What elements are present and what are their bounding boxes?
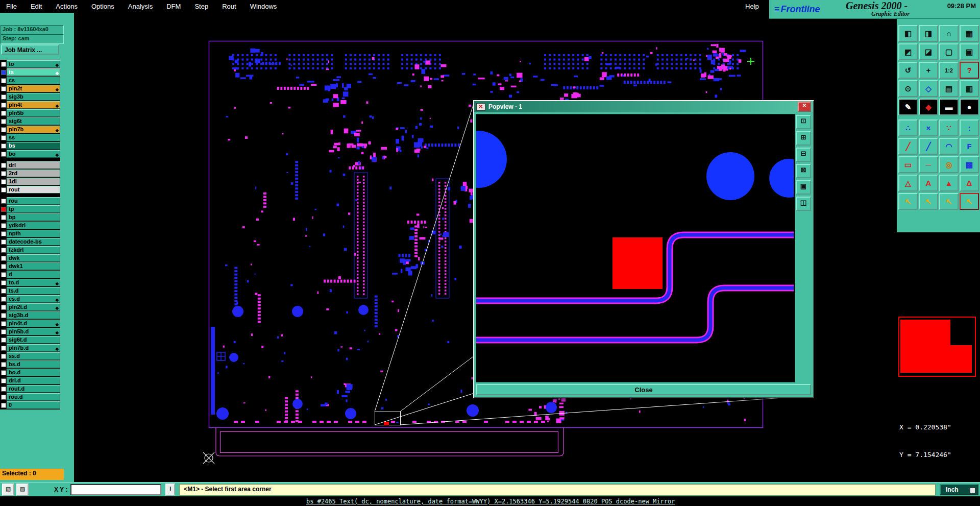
layer-row-2rd[interactable]: 2rd (0, 170, 60, 177)
layer-visibility-checkbox[interactable] (0, 85, 7, 92)
layer-name[interactable]: ts.d (7, 287, 60, 295)
layer-name[interactable]: pln4t.d◆ (7, 320, 60, 327)
empty-frame-icon[interactable]: ▢ (939, 43, 959, 60)
units-button[interactable]: Inch (940, 484, 978, 495)
layer-name[interactable]: bo◆ (7, 150, 60, 158)
layer-name[interactable]: rou (7, 197, 60, 205)
layer-visibility-checkbox[interactable] (0, 93, 7, 101)
layer-row-bs.d[interactable]: bs.d (0, 360, 60, 368)
layer-name[interactable]: drl (7, 161, 60, 169)
layer-visibility-checkbox[interactable] (0, 101, 7, 109)
pen-tool-icon[interactable]: ✎ (898, 99, 918, 115)
fit-view-icon[interactable]: ▣ (796, 180, 811, 195)
layer-name[interactable]: npth (7, 230, 60, 237)
corner-tool-2-icon[interactable]: ▨ (16, 484, 29, 496)
delta-icon[interactable]: Δ (960, 175, 979, 191)
layer-row-pln4t.d[interactable]: pln4t.d◆ (0, 320, 60, 327)
job-matrix-button[interactable]: Job Matrix ... (1, 44, 59, 55)
layer-name[interactable]: bp (7, 213, 60, 221)
layer-name[interactable]: pln2t◆ (7, 85, 60, 92)
layer-row-drl.d[interactable]: drl.d (0, 377, 60, 384)
menu-step[interactable]: Step (194, 3, 208, 10)
triangle-outline-icon[interactable]: △ (898, 175, 918, 191)
layer-row-bs[interactable]: bs (0, 142, 60, 150)
filled-frame-icon[interactable]: ▣ (960, 43, 979, 60)
clock-tool-icon[interactable]: ⊙ (898, 80, 918, 97)
menu-dfm[interactable]: DFM (166, 3, 181, 10)
layer-name[interactable]: 0 (7, 401, 60, 409)
dot-pair-icon[interactable]: : (960, 119, 979, 136)
layer-name[interactable]: ss (7, 134, 60, 141)
window-half-right-icon[interactable]: ◨ (919, 25, 938, 42)
window-half-left-icon[interactable]: ◧ (898, 25, 918, 42)
layer-visibility-checkbox[interactable] (0, 377, 7, 384)
zoom-window-icon[interactable]: ⊡ (796, 115, 811, 129)
palette-tool-icon[interactable]: ◆ (919, 99, 938, 115)
layer-visibility-checkbox[interactable] (0, 238, 7, 246)
layer-visibility-checkbox[interactable] (0, 117, 7, 125)
layer-visibility-checkbox[interactable] (0, 369, 7, 376)
diamond-tool-icon[interactable]: ◇ (919, 80, 938, 97)
xy-input[interactable] (70, 484, 161, 495)
layer-name[interactable]: cs (7, 77, 60, 84)
rows-table-icon[interactable]: ▥ (960, 80, 979, 97)
layers-view-icon[interactable]: ◫ (796, 197, 811, 211)
dot-tool-icon[interactable]: ● (960, 99, 979, 115)
layer-name[interactable]: rout.d (7, 385, 60, 393)
layer-name[interactable]: sig3b (7, 93, 60, 101)
layer-name[interactable]: pln7b◆ (7, 126, 60, 133)
layer-row-ss[interactable]: ss (0, 134, 60, 141)
layer-row-bp[interactable]: bp (0, 213, 60, 221)
layer-row-pln2t.d[interactable]: pln2t.d◆ (0, 303, 60, 311)
cursor-grid-icon[interactable]: ↖ (960, 193, 979, 210)
zoom-out-icon[interactable]: ⊟ (796, 148, 811, 162)
layer-visibility-checkbox[interactable] (0, 287, 7, 295)
layer-name[interactable]: fzkdrl (7, 246, 60, 254)
layer-name[interactable]: rout (7, 186, 60, 194)
layer-visibility-checkbox[interactable] (0, 385, 7, 393)
layer-name[interactable]: tp (7, 205, 60, 213)
corner-tool-1-icon[interactable]: ▧ (2, 484, 14, 496)
layer-row-rou.d[interactable]: rou.d (0, 393, 60, 401)
menu-options[interactable]: Options (91, 3, 114, 10)
layer-visibility-checkbox[interactable] (0, 328, 7, 335)
layer-row-drl[interactable]: drl (0, 161, 60, 169)
layer-name[interactable]: sig6t.d (7, 336, 60, 344)
menu-edit[interactable]: Edit (31, 3, 42, 10)
cursor-select-2-icon[interactable]: ↖ (919, 193, 938, 210)
layer-name[interactable]: rou.d (7, 393, 60, 401)
layer-row-pln5b.d[interactable]: pln5b.d◆ (0, 328, 60, 335)
layer-visibility-checkbox[interactable] (0, 271, 7, 278)
layer-visibility-checkbox[interactable] (0, 142, 7, 150)
layer-row-1di[interactable]: 1di (0, 178, 60, 185)
layer-visibility-checkbox[interactable] (0, 68, 7, 76)
layer-name[interactable]: 2rd (7, 170, 60, 177)
window-corner-2-icon[interactable]: ◪ (919, 43, 938, 60)
layer-row-rout.d[interactable]: rout.d (0, 385, 60, 393)
layer-name[interactable]: to.d◆ (7, 279, 60, 286)
popview-canvas[interactable] (476, 114, 794, 380)
layer-visibility-checkbox[interactable] (0, 352, 7, 360)
menu-help[interactable]: Help (745, 3, 759, 10)
layer-name[interactable]: bs (7, 142, 60, 150)
layer-row-pln7b[interactable]: pln7b◆ (0, 126, 60, 133)
layer-row-rou[interactable]: rou (0, 197, 60, 205)
pan-view-icon[interactable]: + (919, 62, 938, 79)
line-red-icon[interactable]: ╱ (898, 138, 918, 155)
cursor-select-3-icon[interactable]: ↖ (939, 193, 959, 210)
layer-visibility-checkbox[interactable] (0, 150, 7, 158)
marker-button[interactable]: I (165, 484, 175, 496)
layer-row-sig6t[interactable]: sig6t (0, 117, 60, 125)
layer-row-pln7b.d[interactable]: pln7b.d◆ (0, 344, 60, 352)
layer-row-to.d[interactable]: to.d◆ (0, 279, 60, 286)
layer-name[interactable]: 1di (7, 178, 60, 185)
layer-visibility-checkbox[interactable] (0, 230, 7, 237)
layer-visibility-checkbox[interactable] (0, 360, 7, 368)
layer-name[interactable]: to◆ (7, 60, 60, 68)
layers-table-icon[interactable]: ▤ (939, 80, 959, 97)
net-points-icon[interactable]: ∴ (898, 119, 918, 136)
layer-visibility-checkbox[interactable] (0, 60, 7, 68)
target-tool-icon[interactable]: ◎ (939, 156, 959, 173)
layer-visibility-checkbox[interactable] (0, 311, 7, 319)
layer-name[interactable]: dwk (7, 254, 60, 262)
